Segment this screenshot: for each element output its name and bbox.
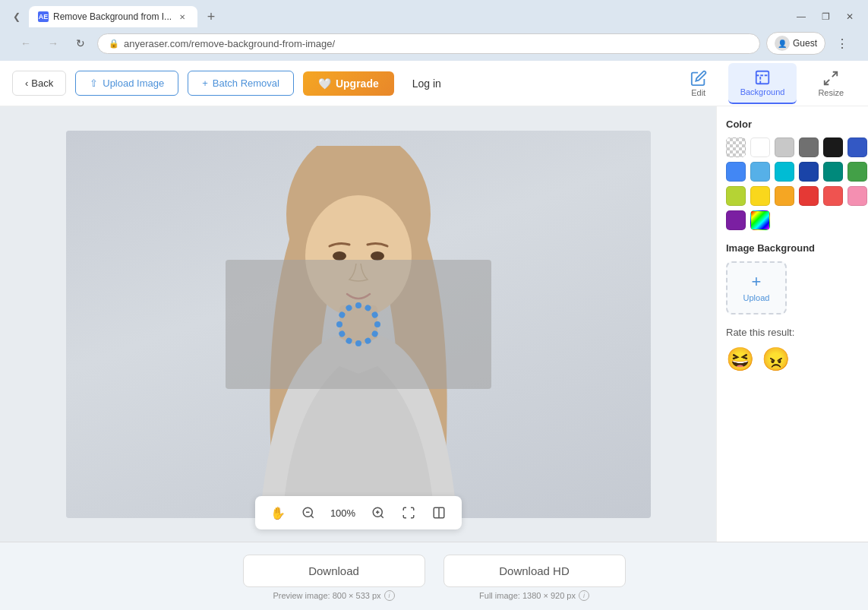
preview-info-icon[interactable]: i: [384, 590, 395, 601]
batch-label: Batch Removal: [213, 77, 279, 89]
full-info-icon[interactable]: i: [579, 590, 589, 601]
download-button[interactable]: Download: [243, 555, 425, 587]
color-swatch-teal[interactable]: [775, 162, 794, 182]
image-bg-upload-button[interactable]: + Upload: [726, 261, 787, 314]
color-swatch-navy[interactable]: [799, 162, 819, 182]
batch-removal-button[interactable]: + Batch Removal: [188, 71, 294, 96]
zoom-out-button[interactable]: [298, 502, 319, 523]
color-swatch-transparent[interactable]: [726, 137, 746, 157]
svg-point-17: [336, 321, 342, 327]
color-swatch-blue[interactable]: [726, 162, 746, 182]
pan-tool-button[interactable]: ✋: [267, 502, 289, 523]
upgrade-label: Upgrade: [336, 77, 379, 90]
close-button[interactable]: ✕: [839, 6, 860, 27]
color-swatch-purple[interactable]: [726, 210, 746, 230]
browser-menu-button[interactable]: ⋮: [832, 33, 853, 54]
upload-label: Upload Image: [103, 77, 164, 89]
app-container: ‹ Back ⇧ Upload Image + Batch Removal 🤍 …: [0, 61, 868, 610]
svg-line-2: [825, 79, 829, 84]
url-text: anyeraser.com/remove-background-from-ima…: [124, 38, 335, 49]
color-swatch-white[interactable]: [750, 137, 770, 157]
color-swatch-dark-teal[interactable]: [823, 162, 843, 182]
svg-point-10: [371, 311, 379, 319]
color-swatch-black[interactable]: [823, 137, 843, 157]
canvas-area[interactable]: @keyframes spin-fade { 0% { opacity: 1; …: [0, 106, 716, 542]
color-swatch-sky-blue[interactable]: [750, 162, 770, 182]
color-swatch-orange[interactable]: [775, 186, 794, 206]
full-meta-text: Full image: 1380 × 920 px: [479, 591, 576, 600]
back-chevron-icon: ‹: [25, 77, 28, 89]
zoom-percentage: 100%: [328, 507, 358, 519]
app-nav: ‹ Back ⇧ Upload Image + Batch Removal 🤍 …: [0, 61, 868, 106]
svg-point-16: [337, 330, 346, 338]
profile-avatar: 👤: [775, 36, 790, 51]
tab-close-button[interactable]: ✕: [176, 11, 188, 23]
new-tab-button[interactable]: +: [200, 6, 222, 27]
color-swatch-pink[interactable]: [847, 186, 867, 206]
refresh-button[interactable]: ↻: [70, 33, 91, 54]
browser-tab-list: AE Remove Background from I... ✕: [29, 6, 197, 27]
plus-icon: +: [752, 273, 762, 290]
tab-favicon: AE: [38, 11, 49, 22]
browser-tabs: ❮ AE Remove Background from I... ✕ + — ❐…: [8, 6, 860, 27]
back-button[interactable]: ‹ Back: [12, 71, 66, 96]
color-swatch-blue-dark[interactable]: [847, 137, 867, 157]
canvas-toolbar: ✋ 100%: [255, 496, 462, 529]
back-nav-button[interactable]: ←: [15, 33, 36, 54]
loading-overlay: @keyframes spin-fade { 0% { opacity: 1; …: [226, 260, 491, 389]
color-swatch-green[interactable]: [847, 162, 867, 182]
fit-screen-button[interactable]: [398, 502, 419, 523]
svg-line-24: [380, 515, 383, 517]
svg-rect-0: [756, 71, 769, 84]
login-button[interactable]: Log in: [403, 71, 450, 96]
download-full-meta: Full image: 1380 × 920 px i: [479, 590, 589, 601]
active-tab[interactable]: AE Remove Background from I... ✕: [29, 6, 197, 27]
zoom-out-icon: [301, 506, 315, 520]
svg-point-13: [364, 337, 372, 345]
zoom-in-icon: [371, 506, 385, 520]
color-swatch-coral[interactable]: [823, 186, 843, 206]
minimize-button[interactable]: —: [791, 6, 812, 27]
color-grid: [726, 137, 859, 230]
profile-label: Guest: [793, 38, 817, 49]
svg-point-8: [355, 302, 361, 308]
download-hd-button[interactable]: Download HD: [443, 555, 626, 587]
color-swatch-rainbow[interactable]: [750, 210, 770, 230]
color-swatch-red[interactable]: [799, 186, 819, 206]
forward-nav-button[interactable]: →: [43, 33, 64, 54]
color-section-title: Color: [726, 119, 859, 130]
main-content: @keyframes spin-fade { 0% { opacity: 1; …: [0, 106, 868, 542]
tool-resize-label: Resize: [818, 88, 844, 97]
color-swatch-yellow[interactable]: [750, 186, 770, 206]
tool-edit-button[interactable]: Edit: [678, 64, 719, 103]
color-swatch-dark-gray[interactable]: [799, 137, 819, 157]
profile-button[interactable]: 👤 Guest: [766, 32, 825, 55]
svg-point-19: [345, 303, 353, 311]
color-section: Color: [726, 119, 859, 230]
svg-point-9: [364, 303, 372, 311]
upgrade-button[interactable]: 🤍 Upgrade: [303, 71, 394, 96]
download-preview-meta: Preview image: 800 × 533 px i: [273, 590, 394, 601]
color-swatch-yellow-green[interactable]: [726, 186, 746, 206]
maximize-button[interactable]: ❐: [815, 6, 836, 27]
zoom-in-button[interactable]: [368, 502, 389, 523]
download-hd-card: Download HD Full image: 1380 × 920 px i: [443, 555, 626, 601]
download-card: Download Preview image: 800 × 533 px i: [243, 555, 425, 601]
address-bar[interactable]: 🔒 anyeraser.com/remove-background-from-i…: [97, 33, 760, 54]
tool-background-button[interactable]: Background: [728, 63, 797, 104]
upload-icon: ⇧: [90, 77, 98, 89]
preview-meta-text: Preview image: 800 × 533 px: [273, 591, 380, 600]
svg-point-18: [337, 311, 346, 319]
tool-resize-button[interactable]: Resize: [806, 64, 856, 103]
browser-toolbar: ← → ↻ 🔒 anyeraser.com/remove-background-…: [8, 27, 860, 61]
svg-line-21: [311, 515, 313, 517]
svg-point-11: [374, 321, 380, 327]
image-canvas: @keyframes spin-fade { 0% { opacity: 1; …: [66, 131, 651, 518]
upload-image-button[interactable]: ⇧ Upload Image: [75, 71, 178, 96]
tab-back-arrow[interactable]: ❮: [8, 8, 26, 26]
angry-emoji-button[interactable]: 😠: [762, 346, 790, 372]
happy-emoji-button[interactable]: 😆: [726, 346, 754, 372]
color-swatch-light-gray[interactable]: [775, 137, 794, 157]
tool-background-label: Background: [740, 87, 785, 96]
compare-button[interactable]: [428, 502, 450, 523]
